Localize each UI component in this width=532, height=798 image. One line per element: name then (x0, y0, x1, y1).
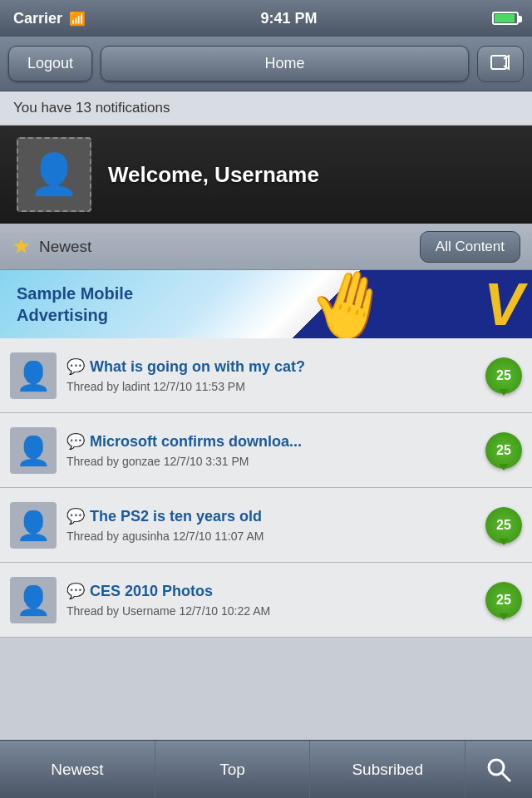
svg-line-2 (502, 773, 510, 781)
search-button[interactable] (466, 741, 532, 798)
bottom-nav-newest[interactable]: Newest (0, 741, 155, 798)
thread-content: 💬 Microsoft confirms downloa... Thread b… (66, 432, 475, 468)
ad-decoration: 🤚 V (299, 270, 532, 338)
thread-chat-icon: 💬 (66, 357, 85, 376)
thread-chat-icon: 💬 (66, 582, 85, 600)
thread-avatar-person-icon: 👤 (16, 359, 51, 392)
home-button[interactable]: Home (101, 46, 469, 81)
battery-icon (492, 12, 519, 25)
carrier-label: Carrier (13, 10, 62, 27)
thread-item[interactable]: 👤 💬 Microsoft confirms downloa... Thread… (0, 413, 532, 488)
thread-avatar: 👤 (10, 502, 57, 549)
thread-chat-icon: 💬 (66, 432, 85, 451)
thread-title-row: 💬 Microsoft confirms downloa... (66, 432, 475, 451)
thread-avatar: 👤 (10, 352, 57, 399)
time-label: 9:41 PM (261, 10, 318, 27)
thread-title: CES 2010 Photos (90, 582, 213, 601)
thread-avatar: 👤 (10, 577, 57, 623)
thread-chat-icon: 💬 (66, 507, 85, 525)
reply-badge: 25 (485, 507, 522, 544)
notification-text: You have 13 notifications (13, 100, 170, 116)
thread-title-row: 💬 CES 2010 Photos (66, 582, 475, 601)
status-left: Carrier 📶 (13, 10, 86, 27)
thread-title: The PS2 is ten years old (90, 507, 262, 526)
thread-meta: Thread by Username 12/7/10 10:22 AM (66, 604, 475, 618)
compose-button[interactable] (477, 46, 524, 82)
thread-content: 💬 CES 2010 Photos Thread by Username 12/… (66, 582, 475, 618)
hand-icon: 🤚 (299, 270, 399, 338)
bottom-nav-top[interactable]: Top (155, 741, 311, 798)
thread-title-row: 💬 What is going on with my cat? (66, 357, 475, 377)
compose-icon (490, 55, 510, 73)
thread-list: 👤 💬 What is going on with my cat? Thread… (0, 338, 532, 638)
thread-meta: Thread by gonzae 12/7/10 3:31 PM (66, 455, 475, 468)
newest-filter-label: Newest (39, 238, 91, 256)
filter-left: ★ Newest (12, 234, 91, 259)
logout-button[interactable]: Logout (8, 46, 92, 81)
ad-text: Sample Mobile Advertising (17, 283, 133, 326)
reply-badge: 25 (485, 357, 522, 394)
thread-avatar-person-icon: 👤 (16, 584, 51, 617)
status-bar: Carrier 📶 9:41 PM (0, 0, 532, 37)
notification-bar: You have 13 notifications (0, 91, 532, 126)
bottom-nav: Newest Top Subsribed (0, 740, 532, 798)
thread-content: 💬 What is going on with my cat? Thread b… (66, 357, 475, 393)
ad-banner: Sample Mobile Advertising 🤚 V (0, 270, 532, 338)
svg-rect-0 (491, 56, 506, 69)
search-icon (485, 756, 512, 783)
thread-content: 💬 The PS2 is ten years old Thread by agu… (66, 507, 475, 543)
thread-item[interactable]: 👤 💬 CES 2010 Photos Thread by Username 1… (0, 563, 532, 638)
thread-item[interactable]: 👤 💬 What is going on with my cat? Thread… (0, 338, 532, 413)
thread-avatar-person-icon: 👤 (16, 509, 51, 542)
thread-item[interactable]: 👤 💬 The PS2 is ten years old Thread by a… (0, 488, 532, 563)
top-nav: Logout Home (0, 37, 532, 91)
thread-meta: Thread by agusinha 12/7/10 11:07 AM (66, 530, 475, 543)
reply-badge: 25 (485, 432, 522, 469)
welcome-text: Welcome, Username (108, 162, 319, 188)
avatar: 👤 (17, 137, 91, 212)
welcome-section: 👤 Welcome, Username (0, 126, 532, 224)
thread-title: Microsoft confirms downloa... (90, 432, 302, 451)
bottom-nav-subscribed[interactable]: Subsribed (310, 741, 466, 798)
thread-avatar-person-icon: 👤 (16, 434, 51, 467)
reply-badge: 25 (485, 582, 522, 618)
thread-avatar: 👤 (10, 427, 57, 474)
thread-title: What is going on with my cat? (90, 357, 305, 377)
thread-title-row: 💬 The PS2 is ten years old (66, 507, 475, 526)
star-icon: ★ (12, 234, 31, 259)
wifi-icon: 📶 (69, 11, 86, 27)
ad-deco-letter: V (484, 270, 524, 338)
all-content-button[interactable]: All Content (420, 231, 520, 263)
thread-meta: Thread by ladint 12/7/10 11:53 PM (66, 380, 475, 393)
avatar-person-icon: 👤 (29, 151, 79, 198)
filter-bar: ★ Newest All Content (0, 224, 532, 270)
